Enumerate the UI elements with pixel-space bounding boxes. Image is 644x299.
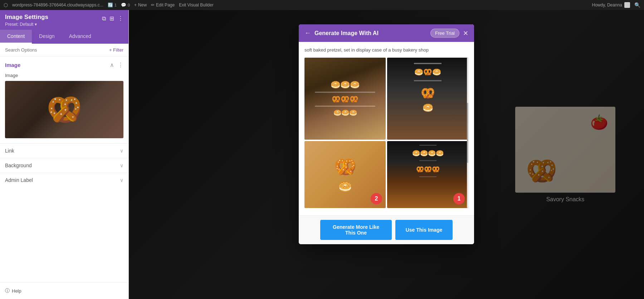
modal-header-left: ← Generate Image With AI	[304, 29, 379, 37]
grid-image-3[interactable]: 🥨 🥯 2	[304, 141, 386, 208]
tab-design[interactable]: Design	[32, 30, 62, 44]
howdy-text: Howdy, Deanna	[592, 2, 630, 8]
chevron-down-icon: ∨	[120, 177, 123, 183]
image-section-header: Image ∧ ⋮	[0, 57, 128, 71]
modal-body: soft baked pretzel, set in display case …	[299, 42, 474, 215]
admin-label-section[interactable]: Admin Label ∨	[0, 173, 128, 187]
search-input[interactable]	[5, 47, 106, 53]
background-section[interactable]: Background ∨	[0, 158, 128, 173]
modal-title: Generate Image With AI	[314, 30, 379, 37]
back-icon[interactable]: ←	[304, 29, 311, 37]
section-controls: ∧ ⋮	[110, 62, 123, 68]
modal-prompt: soft baked pretzel, set in display case …	[304, 47, 468, 53]
free-trial-badge[interactable]: Free Trial	[430, 29, 459, 38]
search-icon[interactable]: 🔍	[634, 2, 640, 8]
section-more-icon[interactable]: ⋮	[118, 62, 123, 68]
wp-logo-icon[interactable]: ⬡	[4, 2, 8, 8]
use-image-button[interactable]: Use This Image	[395, 220, 453, 240]
edit-page-button[interactable]: ✏ Edit Page	[151, 3, 175, 8]
help-icon: ⓘ	[5, 288, 10, 294]
modal-header-right: Free Trial ✕	[430, 29, 468, 38]
grid-image-4[interactable]: ━━━━━━━━ 🥯🥯🥯🥯 ━━━━━━━━ 🥨🥨🥨 ━━━━━━━━ 1	[387, 141, 468, 208]
tab-advanced[interactable]: Advanced	[62, 30, 98, 44]
generate-more-button[interactable]: Generate More Like This One	[320, 220, 392, 240]
main-layout: Image Settings Preset: Default ▾ ⧉ ⊞ ⋮ C…	[0, 10, 644, 299]
exit-builder-button[interactable]: Exit Visual Builder	[179, 3, 214, 8]
new-button[interactable]: + New	[134, 3, 147, 8]
grid-icon[interactable]: ⊞	[109, 15, 114, 22]
grid-image-2[interactable]: ▬▬▬▬▬▬▬ 🥯🥨🥯 ▬▬▬▬▬▬▬ 🥨 🥯	[387, 58, 468, 140]
badge-2: 2	[371, 193, 382, 204]
modal-footer: Generate More Like This One Use This Ima…	[299, 215, 474, 244]
updates-icon[interactable]: 🔄 1	[108, 3, 117, 8]
sidebar-tabs: Content Design Advanced	[0, 30, 128, 44]
collapse-icon[interactable]: ∧	[110, 62, 114, 68]
image-section-title: Image	[5, 62, 20, 68]
sidebar: Image Settings Preset: Default ▾ ⧉ ⊞ ⋮ C…	[0, 10, 129, 299]
sidebar-title: Image Settings	[5, 14, 48, 21]
more-icon[interactable]: ⋮	[118, 15, 123, 22]
help-button[interactable]: ⓘ Help	[0, 282, 128, 299]
pretzel-image	[5, 81, 123, 138]
chevron-down-icon: ∨	[120, 148, 123, 154]
preset-selector[interactable]: Preset: Default ▾	[5, 22, 48, 27]
image-field-label: Image	[0, 71, 128, 81]
chevron-down-icon: ▾	[35, 22, 37, 27]
site-name[interactable]: wordpress-784896-3766464.cloudwaysapps.c…	[12, 3, 103, 8]
tab-content[interactable]: Content	[0, 30, 32, 44]
modal-header: ← Generate Image With AI Free Trial ✕	[299, 24, 474, 42]
avatar	[624, 2, 630, 8]
image-preview-container	[0, 81, 128, 143]
image-grid: 🥯🥯🥯 🥨🥨🥨 🥯🥯🥯 ▬▬▬▬▬▬▬ 🥯�	[304, 58, 468, 208]
image-preview[interactable]	[5, 81, 123, 138]
grid-image-1[interactable]: 🥯🥯🥯 🥨🥨🥨 🥯🥯🥯	[304, 58, 386, 140]
canvas-area: DIVI Savory Snacks ← Generate Image With…	[129, 10, 644, 299]
search-bar: + Filter	[0, 44, 128, 57]
ai-modal: ← Generate Image With AI Free Trial ✕ so…	[299, 24, 474, 244]
comments-icon[interactable]: 💬 0	[121, 3, 130, 8]
scroll-indicator[interactable]	[467, 58, 468, 208]
link-section[interactable]: Link ∨	[0, 143, 128, 158]
sidebar-header: Image Settings Preset: Default ▾ ⧉ ⊞ ⋮	[0, 10, 128, 30]
filter-button[interactable]: + Filter	[109, 47, 123, 53]
chevron-down-icon: ∨	[120, 163, 123, 168]
scroll-thumb	[467, 103, 468, 163]
modal-overlay: ← Generate Image With AI Free Trial ✕ so…	[129, 10, 644, 299]
copy-icon[interactable]: ⧉	[102, 15, 106, 22]
badge-1: 1	[453, 193, 465, 204]
close-icon[interactable]: ✕	[463, 29, 468, 37]
admin-bar: ⬡ wordpress-784896-3766464.cloudwaysapps…	[0, 0, 644, 10]
sidebar-content: Image ∧ ⋮ Image Link ∨ Background ∨	[0, 57, 128, 282]
